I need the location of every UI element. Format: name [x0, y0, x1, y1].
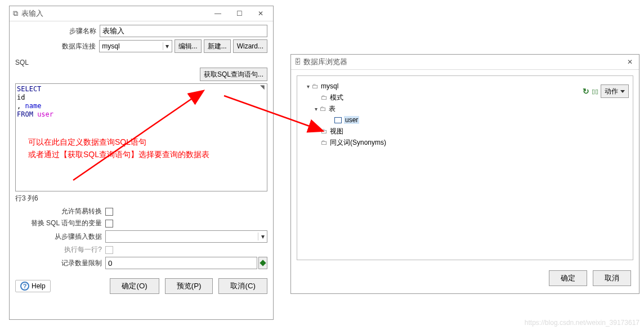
database-icon: 🗄 [294, 58, 301, 66]
connection-value: mysql [100, 42, 162, 50]
chevron-down-icon: ▾ [258, 233, 267, 240]
tree-node-mysql[interactable]: ▾ 🗀 mysql [303, 81, 627, 92]
folder-icon: 🗀 [320, 105, 327, 113]
close-button[interactable]: ✕ [624, 58, 636, 66]
connection-label: 数据库连接 [15, 42, 99, 51]
allow-simple-checkbox[interactable] [105, 208, 113, 216]
minimize-button[interactable]: — [212, 10, 223, 17]
tree-node-tables[interactable]: ▾ 🗀 表 [303, 103, 627, 114]
sql-content: SELECT id , name FROM user [16, 84, 267, 120]
connection-select[interactable]: mysql ▾ [99, 40, 172, 52]
titlebar: 🗄 数据库浏览器 ✕ [291, 55, 639, 70]
edit-connection-button[interactable]: 编辑... [175, 39, 202, 53]
dialog-title: 表输入 [21, 8, 212, 19]
collapse-icon: ▾ [313, 106, 319, 112]
annotation-text: 可以在此自定义数据查询SQL语句 或者通过【获取SQL查询语句】选择要查询的数据… [28, 136, 209, 160]
folder-icon: 🗀 [321, 127, 328, 135]
sql-label: SQL [10, 56, 273, 66]
collapse-icon: ▾ [305, 83, 311, 90]
tree-node-schema[interactable]: 🗀 模式 [303, 92, 627, 103]
maximize-button[interactable]: ☐ [234, 10, 245, 17]
tree-node-user-table[interactable]: user [303, 114, 627, 126]
db-browser-dialog: 🗄 数据库浏览器 ✕ ↻ ▯▯ 动作 ▾ 🗀 mysql 🗀 模式 ▾ 🗀 [290, 54, 639, 294]
tree-node-synonyms[interactable]: 🗀 同义词(Synonyms) [303, 137, 627, 148]
app-icon: ⧉ [13, 9, 18, 18]
table-input-dialog: ⧉ 表输入 — ☐ ✕ 步骤名称 数据库连接 mysql ▾ 编辑... 新建.… [9, 6, 274, 320]
folder-icon: 🗀 [321, 139, 328, 146]
limit-label: 记录数量限制 [15, 258, 105, 268]
step-name-label: 步骤名称 [15, 26, 100, 36]
dialog-title: 数据库浏览器 [303, 57, 624, 67]
limit-input[interactable] [105, 257, 257, 269]
allow-simple-label: 允许简易转换 [15, 207, 105, 216]
diamond-icon [260, 260, 266, 266]
wizard-button[interactable]: Wizard... [233, 39, 267, 53]
watermark: https://blog.csdn.net/weixin_39173617 [525, 319, 639, 327]
ok-button[interactable]: 确定(O) [110, 278, 159, 294]
cancel-button[interactable]: 取消(C) [218, 278, 267, 294]
folder-icon: 🗀 [312, 82, 319, 90]
variable-picker-button[interactable] [258, 257, 267, 269]
replace-var-checkbox[interactable] [105, 220, 113, 228]
close-button[interactable]: ✕ [255, 10, 266, 17]
db-tree[interactable]: ▾ 🗀 mysql 🗀 模式 ▾ 🗀 表 user 🗀 视图 [297, 75, 633, 260]
help-button[interactable]: ? Help [15, 280, 51, 292]
table-icon [334, 117, 342, 123]
titlebar: ⧉ 表输入 — ☐ ✕ [10, 6, 273, 21]
exec-each-checkbox [105, 246, 113, 254]
sql-editor[interactable]: ◥ SELECT id , name FROM user 可以在此自定义数据查询… [15, 83, 267, 191]
step-name-input[interactable] [100, 25, 267, 37]
chevron-down-icon: ▾ [163, 42, 172, 50]
preview-button[interactable]: 预览(P) [165, 278, 213, 294]
new-connection-button[interactable]: 新建... [204, 39, 231, 53]
from-step-label: 从步骤插入数据 [15, 232, 105, 242]
folder-icon: 🗀 [321, 93, 328, 101]
replace-var-label: 替换 SQL 语句里的变量 [15, 218, 105, 228]
ok-button[interactable]: 确定 [549, 270, 587, 286]
get-sql-button[interactable]: 获取SQL查询语句... [200, 68, 267, 81]
exec-each-label: 执行每一行? [15, 245, 105, 255]
from-step-select[interactable]: ▾ [105, 230, 267, 243]
cancel-button[interactable]: 取消 [593, 270, 631, 286]
status-bar: 行3 列6 [10, 191, 273, 206]
help-icon: ? [20, 282, 29, 291]
tree-node-views[interactable]: 🗀 视图 [303, 126, 627, 137]
scroll-indicator-icon: ◥ [260, 84, 267, 91]
